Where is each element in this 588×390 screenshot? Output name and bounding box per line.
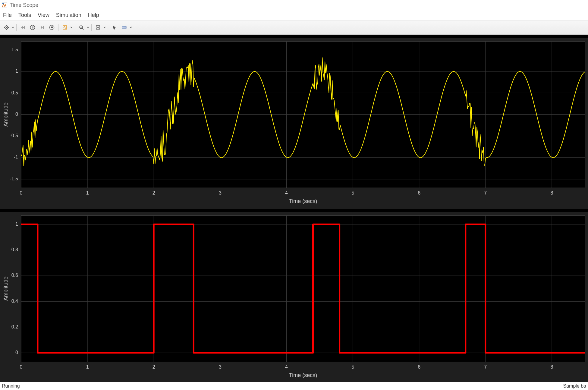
svg-text:0: 0: [15, 350, 18, 355]
svg-text:7: 7: [484, 190, 487, 195]
svg-text:-1: -1: [14, 155, 18, 160]
svg-text:0: 0: [15, 112, 18, 117]
svg-text:3: 3: [219, 190, 222, 195]
svg-text:0.2: 0.2: [11, 324, 18, 329]
svg-rect-6: [33, 27, 33, 29]
toolbar-separator: [108, 24, 108, 31]
svg-text:1: 1: [86, 190, 89, 195]
status-right: Sample ba: [563, 383, 586, 389]
toolbar-separator: [91, 24, 92, 31]
svg-line-12: [82, 28, 83, 30]
svg-text:1: 1: [86, 364, 89, 369]
svg-text:8: 8: [550, 190, 553, 195]
svg-text:6: 6: [418, 190, 420, 195]
svg-rect-7: [43, 26, 44, 29]
toolbar-separator: [58, 24, 58, 31]
svg-rect-5: [32, 27, 33, 29]
svg-text:2: 2: [153, 190, 155, 195]
highlight-dropdown-icon[interactable]: [70, 26, 73, 29]
svg-text:4: 4: [285, 364, 288, 369]
svg-point-4: [30, 25, 35, 30]
svg-point-3: [6, 27, 7, 28]
menu-view[interactable]: View: [36, 11, 51, 19]
gear-icon[interactable]: [2, 23, 11, 32]
svg-text:Amplitude: Amplitude: [3, 276, 9, 300]
menu-tools[interactable]: Tools: [17, 11, 32, 19]
zoom-dropdown-icon[interactable]: [86, 26, 90, 29]
svg-text:0: 0: [20, 364, 23, 369]
svg-text:6: 6: [418, 364, 420, 369]
svg-rect-1: [2, 3, 4, 4]
app-icon: [2, 2, 7, 8]
cursor-icon[interactable]: [110, 23, 119, 32]
stop-icon[interactable]: [47, 23, 56, 32]
menu-simulation[interactable]: Simulation: [55, 11, 83, 19]
svg-text:0.4: 0.4: [11, 298, 18, 303]
gear-dropdown-icon[interactable]: [11, 26, 14, 29]
statusbar: Running Sample ba: [0, 382, 588, 390]
svg-text:0.6: 0.6: [11, 273, 18, 278]
svg-text:Amplitude: Amplitude: [3, 103, 9, 127]
step-forward-icon[interactable]: [38, 23, 47, 32]
svg-text:0.8: 0.8: [11, 247, 18, 252]
svg-text:-1.5: -1.5: [10, 176, 18, 181]
toolbar-separator: [75, 24, 75, 31]
ruler-dropdown-icon[interactable]: [129, 26, 132, 29]
plot-frame: 012345678-1.5-1-0.500.511.5Time (secs)Am…: [0, 35, 588, 386]
svg-text:8: 8: [550, 364, 553, 369]
svg-rect-54: [21, 215, 585, 362]
svg-text:4: 4: [285, 190, 288, 195]
chart-1[interactable]: 01234567800.20.40.60.81Time (secs)Amplit…: [0, 212, 588, 383]
status-left: Running: [2, 383, 20, 389]
window-title: Time Scope: [10, 2, 38, 8]
svg-text:Time (secs): Time (secs): [289, 198, 317, 204]
svg-text:5: 5: [351, 364, 354, 369]
menu-file[interactable]: File: [2, 11, 13, 19]
rewind-icon[interactable]: [18, 23, 27, 32]
toolbar: [0, 20, 588, 35]
pause-icon[interactable]: [28, 23, 37, 32]
svg-text:1.5: 1.5: [11, 47, 18, 52]
svg-text:3: 3: [219, 364, 222, 369]
fit-dropdown-icon[interactable]: [103, 26, 106, 29]
chart-0[interactable]: 012345678-1.5-1-0.500.511.5Time (secs)Am…: [0, 38, 588, 209]
svg-text:-0.5: -0.5: [10, 133, 18, 138]
highlight-icon[interactable]: [60, 23, 69, 32]
svg-text:0.5: 0.5: [11, 90, 18, 95]
svg-text:Time (secs): Time (secs): [289, 372, 317, 378]
fit-to-view-icon[interactable]: [93, 23, 102, 32]
menu-help[interactable]: Help: [87, 11, 100, 19]
menubar: File Tools View Simulation Help: [0, 10, 588, 20]
toolbar-separator: [16, 24, 17, 31]
titlebar: Time Scope: [0, 0, 588, 10]
svg-text:2: 2: [153, 364, 155, 369]
svg-text:5: 5: [351, 190, 354, 195]
svg-rect-9: [51, 27, 53, 28]
zoom-icon[interactable]: [77, 23, 86, 32]
ruler-icon[interactable]: [120, 23, 129, 32]
svg-text:1: 1: [15, 68, 18, 74]
svg-text:7: 7: [484, 364, 487, 369]
svg-text:1: 1: [15, 221, 18, 227]
svg-text:0: 0: [20, 190, 23, 195]
